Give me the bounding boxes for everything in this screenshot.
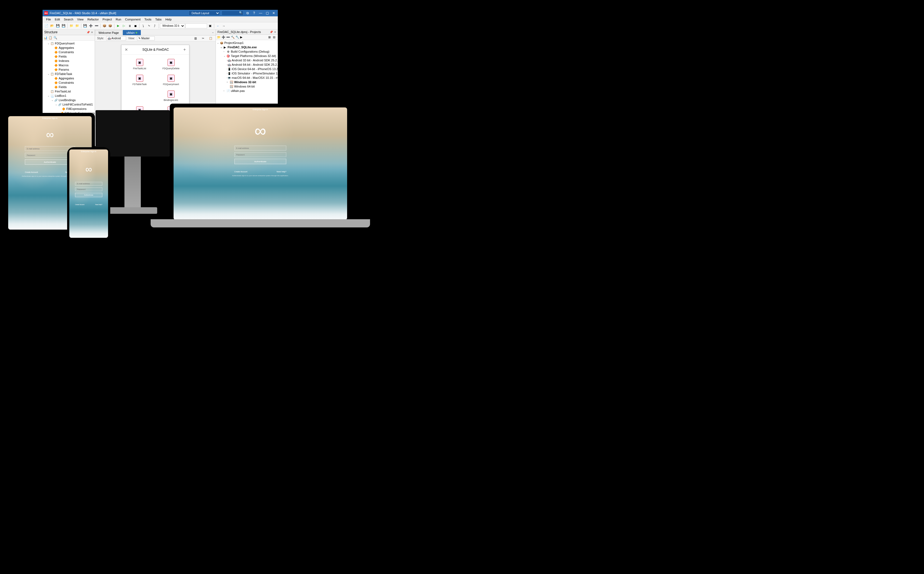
close-button[interactable]: ✕: [271, 11, 276, 16]
form-component[interactable]: ▣FDQueryInsert: [156, 75, 186, 86]
save-project-icon[interactable]: 💾: [82, 23, 88, 28]
project-tree-item[interactable]: ›📄uMain.pas: [216, 88, 278, 93]
authenticate-button[interactable]: Authenticate: [75, 193, 102, 197]
structure-tool-icon[interactable]: 🔍: [54, 36, 57, 40]
tree-item[interactable]: ⌄📋FDTableTask: [43, 72, 95, 76]
proj-tool-icon[interactable]: ⊞: [268, 35, 272, 39]
proj-tool-icon[interactable]: 📁: [217, 35, 221, 39]
menu-edit[interactable]: Edit: [53, 17, 62, 22]
tree-item[interactable]: 🔶Constraints: [43, 80, 95, 85]
proj-tool-icon[interactable]: ▶: [240, 35, 244, 39]
device-settings-icon[interactable]: ▣: [207, 23, 213, 28]
platform-select[interactable]: Windows 32-bit: [160, 24, 185, 28]
project-tree-item[interactable]: ⌄📦ProjectGroup1: [216, 41, 278, 45]
tree-item[interactable]: 🔶Constraints: [43, 50, 95, 54]
designer-tool-icon[interactable]: ✂: [200, 36, 206, 41]
designer-tool-icon[interactable]: 📋: [208, 36, 214, 41]
menu-file[interactable]: File: [44, 17, 53, 22]
tree-item[interactable]: 🔶Fields: [43, 54, 95, 58]
pause-button[interactable]: ⏸: [127, 23, 132, 28]
form-component[interactable]: ▣FDTableTask: [125, 75, 155, 86]
save-icon[interactable]: 💾: [55, 23, 60, 28]
open-icon[interactable]: 📂: [49, 23, 55, 28]
email-field[interactable]: [234, 146, 286, 150]
need-help-link[interactable]: Need help?: [95, 204, 102, 205]
structure-tool-icon[interactable]: 📋: [49, 36, 52, 40]
tree-item[interactable]: 📋FireTaskList: [43, 89, 95, 93]
save-all-icon[interactable]: 💾: [61, 23, 66, 28]
menu-project[interactable]: Project: [101, 17, 114, 22]
form-component[interactable]: ▣FireTaskList: [125, 59, 155, 70]
run-button[interactable]: ▶: [115, 23, 121, 28]
device-select[interactable]: [185, 24, 207, 28]
layout-select[interactable]: Default Layout: [188, 11, 220, 16]
remove-file-icon[interactable]: ➖: [94, 23, 99, 28]
tree-item[interactable]: 🔶Macros: [43, 63, 95, 67]
chevron-down-icon[interactable]: ⌄: [212, 30, 214, 33]
menu-search[interactable]: Search: [62, 17, 75, 22]
tree-item[interactable]: 🔶Fields: [43, 85, 95, 89]
menu-run[interactable]: Run: [114, 17, 123, 22]
project-tree-item[interactable]: 🪟Windows 64-bit: [216, 84, 278, 88]
project-tree-item[interactable]: ›🤖Android 64-bit - Android SDK 25.2.5 64…: [216, 62, 278, 67]
authenticate-button[interactable]: Authenticate: [234, 159, 286, 164]
form-close-icon[interactable]: ✕: [125, 47, 128, 52]
create-account-link[interactable]: Create Account: [75, 204, 84, 205]
add-folder-icon[interactable]: 📁: [74, 23, 80, 28]
password-field[interactable]: [234, 152, 286, 157]
email-field[interactable]: [75, 182, 102, 186]
search-input[interactable]: [222, 11, 244, 16]
close-panel-icon[interactable]: ✕: [91, 31, 93, 34]
stop-button[interactable]: ⏹: [133, 23, 138, 28]
pin-icon[interactable]: 📌: [87, 31, 90, 34]
form-component[interactable]: ▣FDQueryDelete: [156, 59, 186, 70]
menu-help[interactable]: Help: [163, 17, 174, 22]
help-icon[interactable]: ?: [252, 11, 256, 16]
menu-refactor[interactable]: Refactor: [85, 17, 101, 22]
maximize-button[interactable]: ▢: [265, 11, 270, 16]
proj-tool-icon[interactable]: 🔧: [236, 35, 239, 39]
pin-icon[interactable]: 📌: [270, 30, 273, 33]
designer-tool-icon[interactable]: ▥: [193, 36, 198, 41]
project-tree-item[interactable]: ›💻macOS 64-bit - MacOSX 10.15 - mac prof…: [216, 76, 278, 80]
project-tree-item[interactable]: ›📱iOS Device 64-bit - iPhoneOS 13.2 - ma…: [216, 67, 278, 71]
project-tree-item[interactable]: ›🪟Windows 32-bit: [216, 80, 278, 84]
menu-view[interactable]: View: [75, 17, 86, 22]
nav-back-icon[interactable]: ←: [215, 23, 221, 28]
email-field[interactable]: [25, 146, 75, 151]
install-icon[interactable]: 📦: [102, 23, 107, 28]
password-field[interactable]: [75, 187, 102, 191]
add-file-icon[interactable]: ➕: [88, 23, 93, 28]
tree-item[interactable]: ⌄📋FDQueryInsert: [43, 41, 95, 46]
view-select[interactable]: ✎ Master: [137, 36, 155, 40]
form-add-icon[interactable]: +: [184, 47, 186, 52]
desktop-icon[interactable]: ⧉: [245, 11, 250, 16]
run-no-debug-button[interactable]: ▷: [121, 23, 127, 28]
structure-tool-icon[interactable]: 📊: [44, 36, 47, 40]
tree-item[interactable]: 🔶Indexes: [43, 58, 95, 63]
proj-tool-icon[interactable]: ➕: [222, 35, 225, 39]
style-select[interactable]: 🤖 Android: [106, 36, 126, 40]
folder-icon[interactable]: 📁: [69, 23, 74, 28]
proj-tool-icon[interactable]: 🔨: [231, 35, 235, 39]
project-tree-item[interactable]: ⌄🎯Target Platforms (Windows 32-bit): [216, 54, 278, 58]
tree-item[interactable]: 🔶Params: [43, 67, 95, 72]
minimize-button[interactable]: —: [258, 11, 263, 16]
nav-forward-icon[interactable]: →: [221, 23, 226, 28]
step-over-icon[interactable]: ⤵: [141, 23, 146, 28]
menu-component[interactable]: Component: [123, 17, 142, 22]
create-account-link[interactable]: Create Account: [234, 171, 247, 173]
project-tree-item[interactable]: ›⚙Build Configurations (Debug): [216, 49, 278, 54]
proj-tool-icon[interactable]: ⊟: [273, 35, 277, 39]
tree-item[interactable]: 🔶FillExpressions: [43, 107, 95, 111]
proj-tool-icon[interactable]: ➖: [226, 35, 230, 39]
step-out-icon[interactable]: ⤴: [152, 23, 157, 28]
project-tree-item[interactable]: ⌄▶FireDAC_SQLite.exe: [216, 45, 278, 49]
menu-tools[interactable]: Tools: [142, 17, 153, 22]
create-account-link[interactable]: Create Account: [25, 171, 38, 173]
menu-tabs[interactable]: Tabs: [153, 17, 163, 22]
project-tree-item[interactable]: ›🤖Android 32-bit - Android SDK 25.2.5 32…: [216, 58, 278, 62]
tree-item[interactable]: ⌄🔗LiveBindings: [43, 98, 95, 102]
close-panel-icon[interactable]: ✕: [274, 30, 276, 33]
tree-item[interactable]: ⌄🔗LinkFillControlToField1: [43, 102, 95, 107]
